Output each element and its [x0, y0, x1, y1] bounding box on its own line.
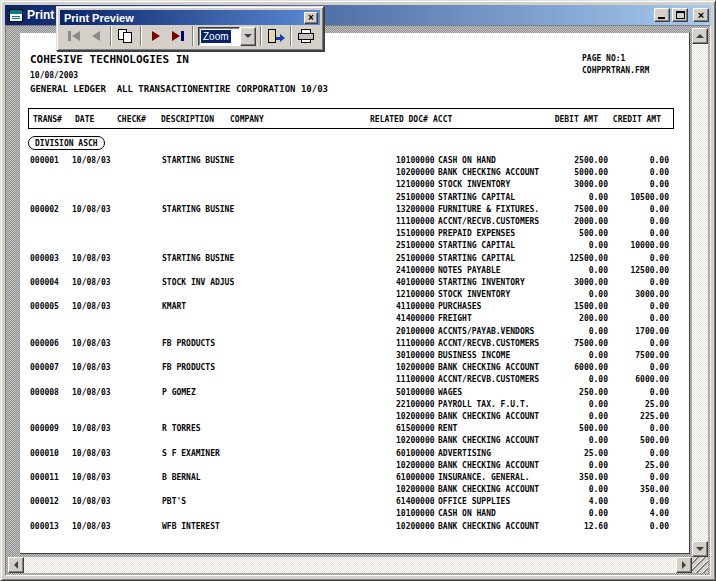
credit-amount: 3000.00: [635, 290, 669, 299]
zoom-combobox[interactable]: Zoom: [198, 27, 256, 46]
scroll-down-button[interactable]: [692, 541, 708, 557]
toolbar-separator: [260, 26, 262, 46]
resize-grip[interactable]: [692, 557, 708, 573]
debit-amount: 200.00: [579, 314, 608, 323]
minimize-icon: [658, 17, 665, 19]
toolbar-separator: [110, 26, 112, 46]
account-number: 10200000: [396, 436, 435, 445]
debit-amount: 0.00: [589, 327, 608, 336]
trans-description: WFB INTEREST: [162, 522, 220, 531]
zoom-dropdown-button[interactable]: [240, 27, 256, 46]
credit-amount: 7500.00: [635, 351, 669, 360]
report-company-name: COHESIVE TECHNOLOGIES IN: [30, 53, 189, 66]
report-line: 00000310/08/03STARTING BUSINE25100000STA…: [20, 253, 689, 265]
print-button[interactable]: [295, 25, 317, 47]
zoom-combobox-field[interactable]: Zoom: [198, 27, 240, 46]
trans-number: 000010: [30, 449, 59, 458]
col-acct: ACCT: [433, 115, 452, 124]
trans-date: 10/08/03: [72, 424, 111, 433]
account-name: STARTING CAPITAL: [438, 254, 515, 263]
account-number: 11100000: [396, 375, 435, 384]
credit-amount: 12500.00: [630, 266, 669, 275]
credit-amount: 0.00: [650, 278, 669, 287]
next-page-button[interactable]: [145, 25, 167, 47]
maximize-button[interactable]: [672, 8, 688, 22]
account-name: ADVERTISING: [438, 449, 491, 458]
report-line: 20100000ACCNTS/PAYAB.VENDORS0.001700.00: [20, 326, 689, 338]
trans-date: 10/08/03: [72, 363, 111, 372]
credit-amount: 0.00: [650, 314, 669, 323]
scroll-right-button[interactable]: [676, 557, 692, 573]
credit-amount: 500.00: [640, 436, 669, 445]
trans-number: 000004: [30, 278, 59, 287]
account-number: 41400000: [396, 314, 435, 323]
trans-number: 000008: [30, 388, 59, 397]
next-page-icon: [152, 31, 160, 41]
account-number: 11100000: [396, 217, 435, 226]
report-line: 12100000STOCK INVENTORY3000.000.00: [20, 179, 689, 191]
report-line: 00001110/08/03B BERNAL61000000INSURANCE.…: [20, 472, 689, 484]
col-trans: TRANS#: [33, 115, 62, 124]
account-name: STARTING CAPITAL: [438, 241, 515, 250]
previous-page-button[interactable]: [85, 25, 107, 47]
account-number: 10200000: [396, 461, 435, 470]
account-name: STARTING CAPITAL: [438, 193, 515, 202]
report-line: 10200000BANK CHECKING ACCOUNT0.00500.00: [20, 435, 689, 447]
credit-amount: 0.00: [650, 473, 669, 482]
vertical-scrollbar[interactable]: [692, 28, 708, 557]
debit-amount: 500.00: [579, 229, 608, 238]
credit-amount: 10500.00: [630, 193, 669, 202]
minimize-button[interactable]: [654, 8, 670, 22]
trans-description: STARTING BUSINE: [162, 205, 234, 214]
copies-button[interactable]: [115, 25, 137, 47]
col-description: DESCRIPTION: [161, 115, 214, 124]
arrow-right-icon: [682, 561, 686, 569]
scroll-up-button[interactable]: [692, 28, 708, 44]
preview-client-area: COHESIVE TECHNOLOGIES IN 10/08/2003 PAGE…: [5, 25, 711, 576]
account-name: BUSINESS INCOME: [438, 351, 510, 360]
account-number: 60100000: [396, 449, 435, 458]
last-page-button[interactable]: [167, 25, 189, 47]
report-line: 24100000NOTES PAYABLE0.0012500.00: [20, 265, 689, 277]
account-number: 10200000: [396, 168, 435, 177]
account-name: FREIGHT: [438, 314, 472, 323]
report-line: 00000210/08/03STARTING BUSINE13200000FUR…: [20, 204, 689, 216]
account-name: BANK CHECKING ACCOUNT: [438, 412, 539, 421]
report-line: 10200000BANK CHECKING ACCOUNT0.0025.00: [20, 460, 689, 472]
preview-close-button[interactable]: ×: [304, 12, 318, 24]
credit-amount: 1700.00: [635, 327, 669, 336]
scroll-left-button[interactable]: [8, 557, 24, 573]
report-line: 00001210/08/03PBT'S61400000OFFICE SUPPLI…: [20, 496, 689, 508]
debit-amount: 0.00: [589, 485, 608, 494]
trans-date: 10/08/03: [72, 388, 111, 397]
toolbar-separator: [192, 26, 194, 46]
credit-amount: 0.00: [650, 424, 669, 433]
credit-amount: 0.00: [650, 156, 669, 165]
account-number: 10200000: [396, 485, 435, 494]
trans-number: 000011: [30, 473, 59, 482]
horizontal-scrollbar[interactable]: [8, 557, 692, 573]
account-number: 10200000: [396, 363, 435, 372]
trans-date: 10/08/03: [72, 339, 111, 348]
trans-description: KMART: [162, 302, 186, 311]
account-name: NOTES PAYABLE: [438, 266, 501, 275]
credit-amount: 0.00: [650, 180, 669, 189]
close-button[interactable]: ×: [693, 8, 709, 22]
first-page-button[interactable]: [63, 25, 85, 47]
report-line: 25100000STARTING CAPITAL0.0010500.00: [20, 192, 689, 204]
account-number: 61400000: [396, 497, 435, 506]
account-number: 12100000: [396, 180, 435, 189]
account-name: STOCK INVENTORY: [438, 290, 510, 299]
col-credit-amt: CREDIT AMT: [613, 115, 661, 124]
trans-number: 000005: [30, 302, 59, 311]
debit-amount: 12.60: [584, 522, 608, 531]
col-related-doc: RELATED DOC#: [370, 115, 428, 124]
credit-amount: 0.00: [650, 363, 669, 372]
exit-preview-button[interactable]: [265, 25, 287, 47]
trans-description: S F EXAMINER: [162, 449, 220, 458]
col-check: CHECK#: [117, 115, 146, 124]
account-number: 61000000: [396, 473, 435, 482]
report-column-header: TRANS# DATE CHECK# DESCRIPTION COMPANY R…: [28, 108, 674, 129]
trans-number: 000001: [30, 156, 59, 165]
close-icon: ×: [308, 13, 314, 23]
